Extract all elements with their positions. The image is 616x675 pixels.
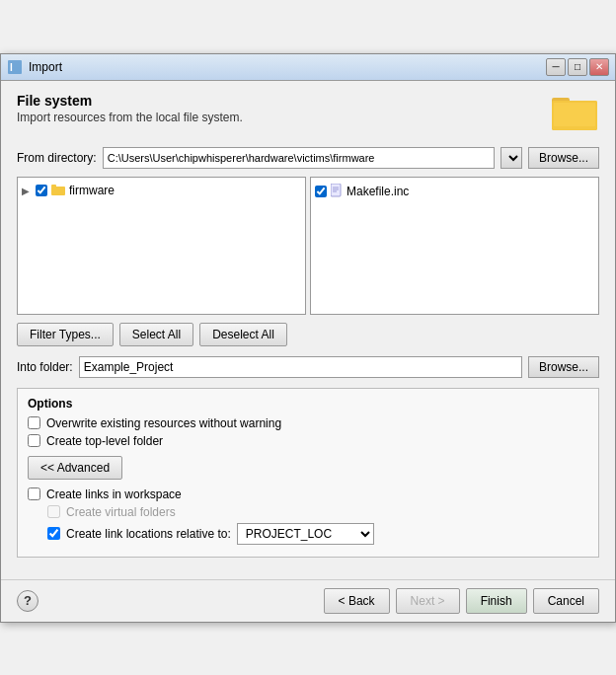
create-top-level-option-row: Create top-level folder xyxy=(28,434,588,448)
svg-text:I: I xyxy=(10,62,13,73)
cancel-button[interactable]: Cancel xyxy=(533,588,599,614)
folder-icon xyxy=(51,184,65,198)
firmware-checkbox[interactable] xyxy=(36,185,47,196)
svg-rect-8 xyxy=(51,185,56,188)
folder-small-icon xyxy=(51,184,65,195)
create-links-label: Create links in workspace xyxy=(46,488,182,501)
deselect-all-button[interactable]: Deselect All xyxy=(199,323,287,346)
file-icon xyxy=(331,184,343,200)
close-button[interactable]: ✕ xyxy=(589,58,609,76)
file-item-label: Makefile.inc xyxy=(346,185,409,198)
footer: ? < Back Next > Finish Cancel xyxy=(1,579,615,622)
large-folder-icon xyxy=(552,93,599,134)
create-top-level-checkbox[interactable] xyxy=(28,434,40,447)
title-bar-left: I Import xyxy=(7,59,62,75)
back-button[interactable]: < Back xyxy=(324,588,390,614)
tree-item: ▶ firmware xyxy=(22,182,301,200)
title-bar-buttons: ─ □ ✕ xyxy=(546,58,609,76)
create-links-checkbox[interactable] xyxy=(28,488,40,500)
svg-rect-9 xyxy=(331,184,341,196)
browse-folder-button[interactable]: Browse... xyxy=(528,356,599,378)
minimize-button[interactable]: ─ xyxy=(546,58,566,76)
import-icon: I xyxy=(7,59,23,75)
into-folder-label: Into folder: xyxy=(17,360,73,374)
action-buttons-row: Filter Types... Select All Deselect All xyxy=(17,323,599,346)
help-button[interactable]: ? xyxy=(17,590,38,612)
from-directory-input[interactable] xyxy=(103,147,495,169)
file-small-icon xyxy=(331,184,343,197)
tree-item-label: firmware xyxy=(69,184,115,197)
overwrite-checkbox[interactable] xyxy=(28,416,40,429)
page-title: File system xyxy=(17,93,243,109)
folder-icon-large xyxy=(552,93,599,137)
into-folder-row: Into folder: Browse... xyxy=(17,356,599,378)
page-subtitle: Import resources from the local file sys… xyxy=(17,111,243,124)
footer-right: < Back Next > Finish Cancel xyxy=(324,588,599,614)
create-links-option-row: Create links in workspace xyxy=(28,488,588,501)
directory-dropdown[interactable]: ▼ xyxy=(500,147,522,169)
header-text: File system Import resources from the lo… xyxy=(17,93,243,124)
footer-left: ? xyxy=(17,590,38,612)
maximize-button[interactable]: □ xyxy=(568,58,587,76)
link-locations-dropdown[interactable]: PROJECT_LOC WORKSPACE_LOC xyxy=(237,523,374,545)
window-title: Import xyxy=(29,60,62,74)
tree-panel[interactable]: ▶ firmware xyxy=(17,177,306,315)
link-locations-option-row: Create link locations relative to: PROJE… xyxy=(47,523,588,545)
into-folder-input[interactable] xyxy=(79,356,522,378)
link-locations-checkbox[interactable] xyxy=(47,527,60,540)
create-virtual-checkbox[interactable] xyxy=(47,505,60,518)
select-all-button[interactable]: Select All xyxy=(119,323,193,346)
filter-types-button[interactable]: Filter Types... xyxy=(17,323,114,346)
files-panel[interactable]: Makefile.inc xyxy=(310,177,599,315)
advanced-button[interactable]: << Advanced xyxy=(28,456,122,480)
title-bar: I Import ─ □ ✕ xyxy=(1,54,615,81)
link-locations-label: Create link locations relative to: xyxy=(66,527,231,541)
svg-rect-7 xyxy=(51,187,65,195)
makefile-checkbox[interactable] xyxy=(315,186,327,197)
advanced-btn-row: << Advanced xyxy=(28,452,588,484)
expand-arrow-icon[interactable]: ▶ xyxy=(22,186,32,196)
overwrite-label: Overwrite existing resources without war… xyxy=(46,416,281,430)
panels-row: ▶ firmware xyxy=(17,177,599,315)
create-top-level-label: Create top-level folder xyxy=(46,434,163,448)
browse-directory-button[interactable]: Browse... xyxy=(528,147,599,169)
svg-rect-6 xyxy=(554,103,595,126)
next-button[interactable]: Next > xyxy=(396,588,460,614)
import-dialog: I Import ─ □ ✕ File system Import resour… xyxy=(0,53,616,623)
from-directory-label: From directory: xyxy=(17,151,97,165)
finish-button[interactable]: Finish xyxy=(466,588,527,614)
from-directory-row: From directory: ▼ Browse... xyxy=(17,147,599,169)
page-header: File system Import resources from the lo… xyxy=(17,93,599,137)
file-item: Makefile.inc xyxy=(315,182,594,202)
overwrite-option-row: Overwrite existing resources without war… xyxy=(28,416,588,430)
create-virtual-label: Create virtual folders xyxy=(66,505,176,519)
options-section: Options Overwrite existing resources wit… xyxy=(17,388,599,558)
main-content: File system Import resources from the lo… xyxy=(1,81,615,579)
create-virtual-option-row: Create virtual folders xyxy=(47,505,588,519)
options-title: Options xyxy=(28,397,588,411)
